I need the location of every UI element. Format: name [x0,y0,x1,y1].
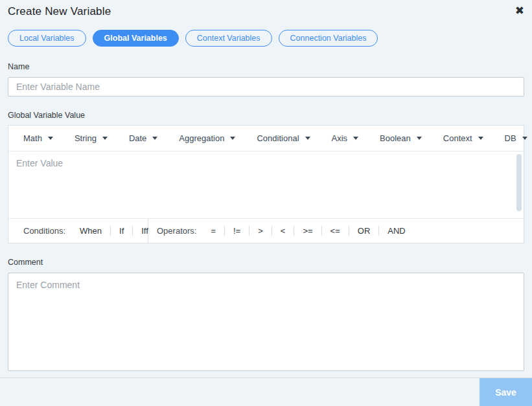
divider [349,226,349,236]
divider [132,226,133,236]
tab-connection-variables[interactable]: Connection Variables [279,30,378,47]
divider [378,226,379,236]
operator-greater-equal[interactable]: >= [299,226,316,236]
operator-less-than[interactable]: < [277,226,290,236]
conditions-operators-bar: Conditions: When If Iff Operators: = != … [8,218,524,243]
chevron-down-icon [102,137,108,140]
operator-or[interactable]: OR [354,226,375,236]
dropdown-math[interactable]: Math [23,133,53,143]
chevron-down-icon [353,137,358,140]
function-toolbar: Math String Date Aggregation Conditional… [8,126,524,152]
dropdown-axis[interactable]: Axis [332,133,359,143]
operator-not-equals[interactable]: != [229,226,244,236]
dropdown-aggregation[interactable]: Aggregation [179,133,235,143]
create-variable-dialog: Create New Variable ✖ Local Variables Gl… [0,0,532,406]
chevron-down-icon [305,137,310,140]
conditions-group: Conditions: When If Iff [8,219,148,243]
variable-name-input[interactable] [8,77,524,96]
chevron-down-icon [152,137,157,140]
chevron-down-icon [478,137,483,140]
operator-greater-than[interactable]: > [254,226,267,236]
variable-type-tabs: Local Variables Global Variables Context… [0,25,532,47]
divider [272,226,272,236]
dropdown-boolean[interactable]: Boolean [380,133,422,143]
tab-context-variables[interactable]: Context Variables [185,30,272,47]
dropdown-string[interactable]: String [75,133,108,143]
dropdown-date[interactable]: Date [129,133,157,143]
tab-global-variables[interactable]: Global Variables [93,30,179,47]
dropdown-context[interactable]: Context [443,133,483,143]
operators-group: Operators: = != > < >= <= OR AND [148,226,410,236]
value-editor-panel: Math String Date Aggregation Conditional… [8,125,524,243]
divider [224,226,225,236]
comment-input[interactable] [8,273,524,371]
tab-local-variables[interactable]: Local Variables [8,30,86,47]
scrollbar-thumb[interactable] [516,154,522,211]
variable-value-input[interactable] [8,152,524,218]
divider [294,226,294,236]
condition-if[interactable]: If [115,226,128,236]
condition-when[interactable]: When [76,226,106,236]
chevron-down-icon [522,137,527,140]
operator-less-equal[interactable]: <= [327,226,344,236]
operator-and[interactable]: AND [384,226,409,236]
divider [249,226,249,236]
operator-equals[interactable]: = [207,226,220,236]
chevron-down-icon [48,137,53,140]
chevron-down-icon [417,137,422,140]
conditions-label: Conditions: [23,226,65,236]
divider [110,226,111,236]
dialog-header: Create New Variable ✖ [0,0,532,25]
dialog-footer: Save [0,378,532,406]
close-icon[interactable]: ✖ [515,4,524,18]
divider [321,226,322,236]
operators-label: Operators: [157,226,196,236]
dropdown-db[interactable]: DB [505,133,527,143]
dropdown-conditional[interactable]: Conditional [257,133,310,143]
comment-label: Comment [0,258,532,267]
page-title: Create New Variable [8,5,524,18]
value-section-label: Global Variable Value [0,111,532,120]
save-button[interactable]: Save [480,378,532,406]
chevron-down-icon [230,137,235,140]
name-label: Name [0,62,532,71]
